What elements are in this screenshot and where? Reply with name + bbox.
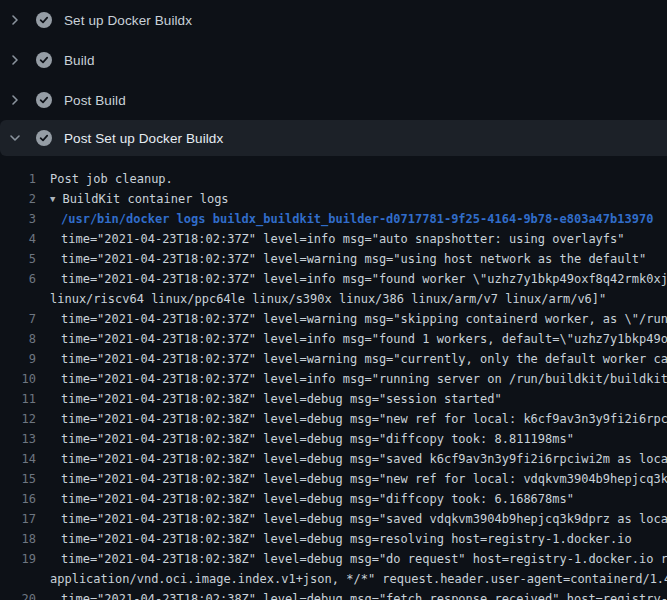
- line-number: [0, 289, 36, 309]
- line-number[interactable]: 3: [0, 209, 36, 229]
- chevron-right-icon: [0, 94, 30, 106]
- log-line: 20time="2021-04-23T18:02:38Z" level=debu…: [0, 589, 667, 600]
- check-circle-icon: [36, 52, 52, 68]
- step-title: Build: [64, 53, 95, 68]
- line-number[interactable]: 7: [0, 309, 36, 329]
- log-line: 11time="2021-04-23T18:02:38Z" level=debu…: [0, 389, 667, 409]
- line-number[interactable]: 14: [0, 449, 36, 469]
- line-number[interactable]: 20: [0, 589, 36, 600]
- step-title: Set up Docker Buildx: [64, 13, 192, 28]
- step-header-post-set-up-docker-buildx[interactable]: Post Set up Docker Buildx: [0, 120, 667, 156]
- log-line: 2▼BuildKit container logs: [0, 189, 667, 209]
- log-line: 16time="2021-04-23T18:02:38Z" level=debu…: [0, 489, 667, 509]
- step-header-post-build[interactable]: Post Build: [0, 80, 667, 120]
- log-text: application/vnd.oci.image.index.v1+json,…: [50, 569, 667, 589]
- line-number[interactable]: 4: [0, 229, 36, 249]
- log-line: 4time="2021-04-23T18:02:37Z" level=info …: [0, 229, 667, 249]
- log-line: 5time="2021-04-23T18:02:37Z" level=warni…: [0, 249, 667, 269]
- step-title: Post Set up Docker Buildx: [64, 131, 223, 146]
- log-line: 9time="2021-04-23T18:02:37Z" level=warni…: [0, 349, 667, 369]
- step-title: Post Build: [64, 93, 126, 108]
- log-line: 13time="2021-04-23T18:02:38Z" level=debu…: [0, 429, 667, 449]
- log-command-text: /usr/bin/docker logs buildx_buildkit_bui…: [61, 209, 653, 229]
- log-text: time="2021-04-23T18:02:37Z" level=warnin…: [61, 349, 667, 369]
- line-number[interactable]: 9: [0, 349, 36, 369]
- log-group-toggle[interactable]: ▼BuildKit container logs: [50, 189, 229, 209]
- log-line: 8time="2021-04-23T18:02:37Z" level=info …: [0, 329, 667, 349]
- log-text: time="2021-04-23T18:02:38Z" level=debug …: [61, 489, 574, 509]
- line-number[interactable]: 17: [0, 509, 36, 529]
- line-number[interactable]: 5: [0, 249, 36, 269]
- step-header-build[interactable]: Build: [0, 40, 667, 80]
- log-text: time="2021-04-23T18:02:38Z" level=debug …: [61, 409, 667, 429]
- log-text: linux/riscv64 linux/ppc64le linux/s390x …: [50, 289, 606, 309]
- log-text: Post job cleanup.: [50, 169, 173, 189]
- log-line: 10time="2021-04-23T18:02:37Z" level=info…: [0, 369, 667, 389]
- step-list: Set up Docker BuildxBuildPost BuildPost …: [0, 0, 667, 156]
- log-text: time="2021-04-23T18:02:37Z" level=info m…: [61, 229, 625, 249]
- line-number[interactable]: 19: [0, 549, 36, 569]
- log-line: 14time="2021-04-23T18:02:38Z" level=debu…: [0, 449, 667, 469]
- check-circle-icon: [36, 12, 52, 28]
- log-text: time="2021-04-23T18:02:38Z" level=debug …: [61, 449, 667, 469]
- log-line: 17time="2021-04-23T18:02:38Z" level=debu…: [0, 509, 667, 529]
- log-text: time="2021-04-23T18:02:38Z" level=debug …: [61, 509, 667, 529]
- log-group-title: BuildKit container logs: [62, 189, 228, 209]
- chevron-down-icon: [0, 132, 30, 144]
- check-circle-icon: [36, 130, 52, 146]
- log-text: time="2021-04-23T18:02:37Z" level=info m…: [61, 329, 667, 349]
- line-number[interactable]: 12: [0, 409, 36, 429]
- log-line: 3/usr/bin/docker logs buildx_buildkit_bu…: [0, 209, 667, 229]
- check-circle-icon: [36, 92, 52, 108]
- line-number[interactable]: 13: [0, 429, 36, 449]
- line-number[interactable]: 8: [0, 329, 36, 349]
- log-text: time="2021-04-23T18:02:37Z" level=warnin…: [61, 309, 667, 329]
- log-text: time="2021-04-23T18:02:38Z" level=debug …: [61, 469, 667, 489]
- log-viewer: 1Post job cleanup.2▼BuildKit container l…: [0, 160, 667, 600]
- log-text: time="2021-04-23T18:02:38Z" level=debug …: [61, 429, 574, 449]
- log-text: time="2021-04-23T18:02:38Z" level=debug …: [61, 589, 667, 600]
- line-number[interactable]: 2: [0, 189, 36, 209]
- log-line: 15time="2021-04-23T18:02:38Z" level=debu…: [0, 469, 667, 489]
- line-number[interactable]: 10: [0, 369, 36, 389]
- log-line: 19time="2021-04-23T18:02:38Z" level=debu…: [0, 549, 667, 569]
- log-line: 18time="2021-04-23T18:02:38Z" level=debu…: [0, 529, 667, 549]
- line-number[interactable]: 6: [0, 269, 36, 289]
- line-number[interactable]: 11: [0, 389, 36, 409]
- chevron-right-icon: [0, 54, 30, 66]
- log-line: 7time="2021-04-23T18:02:37Z" level=warni…: [0, 309, 667, 329]
- log-text: time="2021-04-23T18:02:38Z" level=debug …: [61, 529, 632, 549]
- chevron-right-icon: [0, 14, 30, 26]
- line-number[interactable]: 1: [0, 169, 36, 189]
- step-header-set-up-docker-buildx[interactable]: Set up Docker Buildx: [0, 0, 667, 40]
- line-number[interactable]: 16: [0, 489, 36, 509]
- log-line-continuation: linux/riscv64 linux/ppc64le linux/s390x …: [0, 289, 667, 309]
- log-text: time="2021-04-23T18:02:37Z" level=info m…: [61, 369, 667, 389]
- line-number[interactable]: 15: [0, 469, 36, 489]
- line-number: [0, 569, 36, 589]
- log-line-continuation: application/vnd.oci.image.index.v1+json,…: [0, 569, 667, 589]
- log-text: time="2021-04-23T18:02:37Z" level=info m…: [61, 269, 667, 289]
- log-text: time="2021-04-23T18:02:38Z" level=debug …: [61, 389, 502, 409]
- line-number[interactable]: 18: [0, 529, 36, 549]
- log-line: 1Post job cleanup.: [0, 169, 667, 189]
- log-text: time="2021-04-23T18:02:38Z" level=debug …: [61, 549, 667, 569]
- group-expander-icon: ▼: [50, 189, 55, 209]
- log-line: 12time="2021-04-23T18:02:38Z" level=debu…: [0, 409, 667, 429]
- log-line: 6time="2021-04-23T18:02:37Z" level=info …: [0, 269, 667, 289]
- log-text: time="2021-04-23T18:02:37Z" level=warnin…: [61, 249, 646, 269]
